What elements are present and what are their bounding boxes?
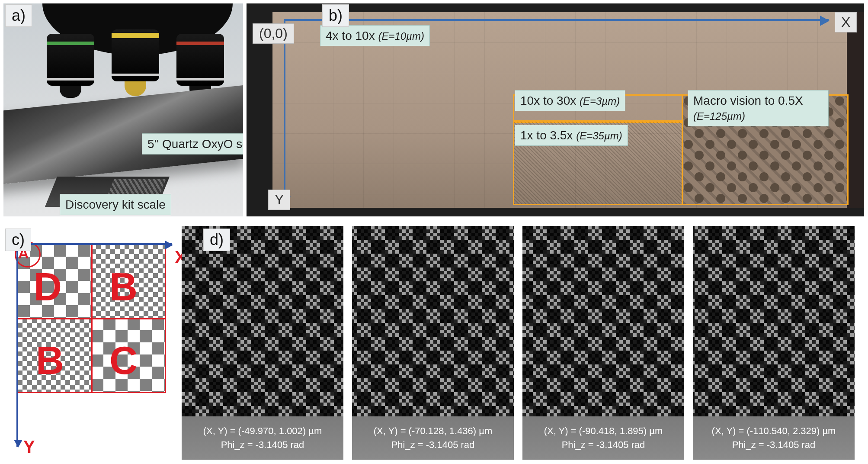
objective-right	[176, 34, 224, 86]
axis-y-label: Y	[268, 190, 290, 210]
crop-3-phi: Phi_z = -3.1405 rad	[562, 439, 645, 451]
callout-macro-sub: (E=125µm)	[693, 110, 745, 122]
panel-label-c: c)	[5, 229, 31, 251]
crop-4-footer: (X, Y) = (-110.540, 2.329) µm Phi_z = -3…	[693, 416, 855, 460]
crop-4: (X, Y) = (-110.540, 2.329) µm Phi_z = -3…	[693, 226, 855, 460]
crop-1: (X, Y) = (-49.970, 1.002) µm Phi_z = -3.…	[182, 226, 343, 460]
callout-10x-30x: 10x to 30x (E=3µm)	[515, 90, 625, 111]
quadrant-letter-C: C	[109, 338, 138, 383]
crop-2-xy: (X, Y) = (-70.128, 1.436) µm	[374, 425, 493, 437]
crop-3: (X, Y) = (-90.418, 1.895) µm Phi_z = -3.…	[522, 226, 684, 460]
panel-c-schematic: A D B B C X Y	[3, 226, 176, 460]
crop-3-pattern	[522, 226, 684, 416]
crop-4-xy: (X, Y) = (-110.540, 2.329) µm	[712, 425, 836, 437]
callout-quartz-scale: 5'' Quartz OxyO scale	[142, 133, 243, 155]
objective-center	[112, 29, 159, 81]
callout-1x-3_5x-text: 1x to 3.5x	[520, 129, 576, 142]
axis-y-arrow-icon	[284, 19, 285, 205]
crop-1-xy: (X, Y) = (-49.970, 1.002) µm	[203, 425, 322, 437]
callout-10x-30x-text: 10x to 30x	[520, 94, 580, 107]
axis-x-arrow-icon	[16, 243, 172, 245]
crop-4-pattern	[693, 226, 855, 416]
callout-4x-10x: 4x to 10x (E=10µm)	[320, 25, 430, 46]
crop-2: (X, Y) = (-70.128, 1.436) µm Phi_z = -3.…	[352, 226, 514, 460]
crop-2-pattern	[352, 226, 514, 416]
crop-1-pattern	[182, 226, 343, 416]
callout-macro: Macro vision to 0.5X (E=125µm)	[688, 90, 829, 126]
axis-y-arrow-icon	[16, 243, 18, 447]
slide-edge-strip	[847, 12, 864, 208]
panel-d-crops: (X, Y) = (-49.970, 1.002) µm Phi_z = -3.…	[182, 226, 865, 460]
quadrant-letter-B1: B	[109, 265, 138, 309]
crop-3-xy: (X, Y) = (-90.418, 1.895) µm	[544, 425, 663, 437]
panel-label-b: b)	[322, 4, 349, 27]
quadrant-letter-B2: B	[36, 338, 64, 383]
panel-label-d: d)	[203, 229, 230, 251]
crop-3-footer: (X, Y) = (-90.418, 1.895) µm Phi_z = -3.…	[522, 416, 684, 460]
objective-left	[47, 34, 94, 86]
callout-1x-3_5x-sub: (E=35µm)	[576, 130, 622, 142]
crop-2-footer: (X, Y) = (-70.128, 1.436) µm Phi_z = -3.…	[352, 416, 514, 460]
axis-x-label: X	[835, 12, 857, 32]
axis-x-arrow-icon	[284, 19, 829, 21]
panel-label-a: a)	[5, 4, 32, 27]
callout-4x-10x-sub: (E=10µm)	[378, 30, 424, 42]
crop-4-phi: Phi_z = -3.1405 rad	[732, 439, 816, 451]
callout-4x-10x-text: 4x to 10x	[326, 29, 378, 42]
axis-y-label: Y	[23, 437, 35, 457]
panel-b-slide-zones: (0,0) X Y 4x to 10x (E=10µm) 10x to 30x …	[247, 3, 864, 216]
callout-10x-30x-sub: (E=3µm)	[580, 95, 620, 107]
panel-a-microscope: 5'' Quartz OxyO scale Discovery kit scal…	[3, 3, 243, 216]
callout-macro-text: Macro vision to 0.5X	[693, 94, 803, 107]
callout-discovery-scale: Discovery kit scale	[60, 194, 171, 215]
crop-2-phi: Phi_z = -3.1405 rad	[391, 439, 475, 451]
quadrant-letter-D: D	[34, 265, 62, 309]
crop-1-footer: (X, Y) = (-49.970, 1.002) µm Phi_z = -3.…	[182, 416, 343, 460]
callout-1x-3_5x: 1x to 3.5x (E=35µm)	[515, 125, 628, 146]
crop-1-phi: Phi_z = -3.1405 rad	[221, 439, 304, 451]
grid-divider-horizontal	[18, 318, 165, 319]
axis-origin-label: (0,0)	[253, 23, 294, 44]
